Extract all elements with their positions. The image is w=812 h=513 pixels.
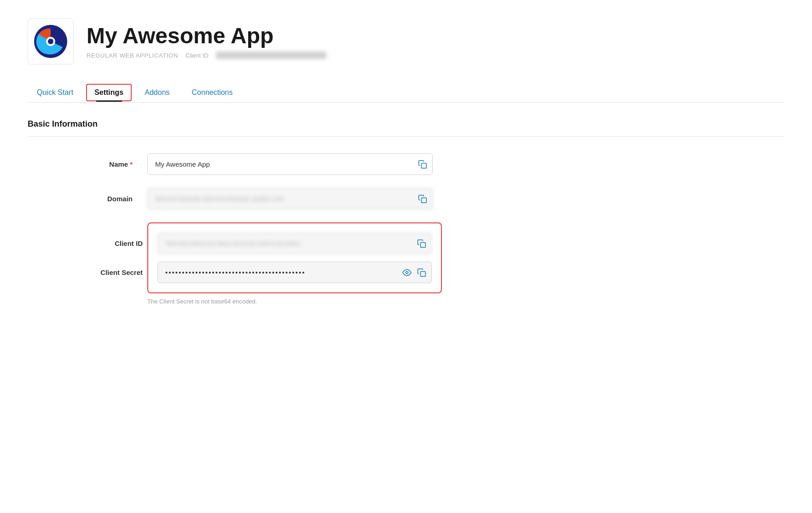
svg-rect-7: [421, 271, 426, 276]
svg-rect-5: [421, 242, 426, 247]
tab-addons[interactable]: Addons: [135, 83, 179, 102]
client-id-copy-button[interactable]: [417, 239, 426, 248]
copy-icon: [418, 194, 427, 204]
name-field-group: Name*: [28, 153, 784, 175]
tabs: Quick Start Settings Addons Connections: [28, 83, 784, 103]
name-label: Name*: [28, 160, 147, 168]
client-secret-hint: The Client Secret is not base64 encoded.: [147, 298, 784, 305]
app-logo: [28, 18, 74, 64]
tab-settings[interactable]: Settings: [86, 84, 132, 101]
domain-copy-button[interactable]: [418, 194, 427, 204]
copy-icon: [417, 239, 426, 248]
client-secret-field-wrapper: [157, 262, 432, 283]
basic-information-section: Basic Information Name* Domain: [28, 119, 784, 305]
domain-input[interactable]: [147, 188, 433, 210]
app-logo-svg: [34, 25, 67, 58]
svg-point-2: [48, 39, 53, 44]
client-id-label: Client ID: [38, 239, 157, 247]
app-name: My Awesome App: [87, 24, 326, 48]
domain-label: Domain: [28, 195, 147, 203]
highlighted-credentials-group: Client ID Client Secret: [147, 222, 442, 293]
app-title-block: My Awesome App REGULAR WEB APPLICATION C…: [87, 24, 326, 59]
svg-point-6: [406, 271, 408, 274]
client-id-field-group: Client ID: [38, 233, 432, 254]
client-secret-input[interactable]: [157, 262, 432, 283]
eye-icon: [402, 268, 412, 277]
app-meta: REGULAR WEB APPLICATION Client ID: [87, 52, 326, 59]
client-secret-label: Client Secret: [38, 268, 157, 276]
domain-field-wrapper: [147, 188, 433, 210]
client-secret-eye-button[interactable]: [402, 268, 412, 277]
header-client-id-label: Client ID: [186, 52, 209, 59]
client-id-input[interactable]: [157, 233, 432, 254]
client-secret-field-group: Client Secret: [38, 262, 432, 283]
copy-icon: [418, 160, 427, 169]
copy-icon: [417, 268, 426, 277]
svg-rect-3: [422, 163, 427, 168]
section-title: Basic Information: [28, 119, 784, 129]
name-field-wrapper: [147, 153, 433, 175]
client-id-field-wrapper: [157, 233, 432, 254]
tab-connections[interactable]: Connections: [183, 83, 242, 102]
svg-rect-4: [422, 198, 427, 203]
domain-field-group: Domain: [28, 188, 784, 210]
required-star: *: [130, 160, 133, 168]
tab-quick-start[interactable]: Quick Start: [28, 83, 82, 102]
app-header: My Awesome App REGULAR WEB APPLICATION C…: [28, 18, 784, 64]
section-divider: [28, 136, 784, 137]
name-copy-button[interactable]: [418, 160, 427, 169]
client-secret-copy-button[interactable]: [417, 268, 426, 277]
name-input[interactable]: [147, 153, 433, 175]
app-type: REGULAR WEB APPLICATION: [87, 52, 178, 59]
header-client-id-value: [216, 52, 326, 59]
